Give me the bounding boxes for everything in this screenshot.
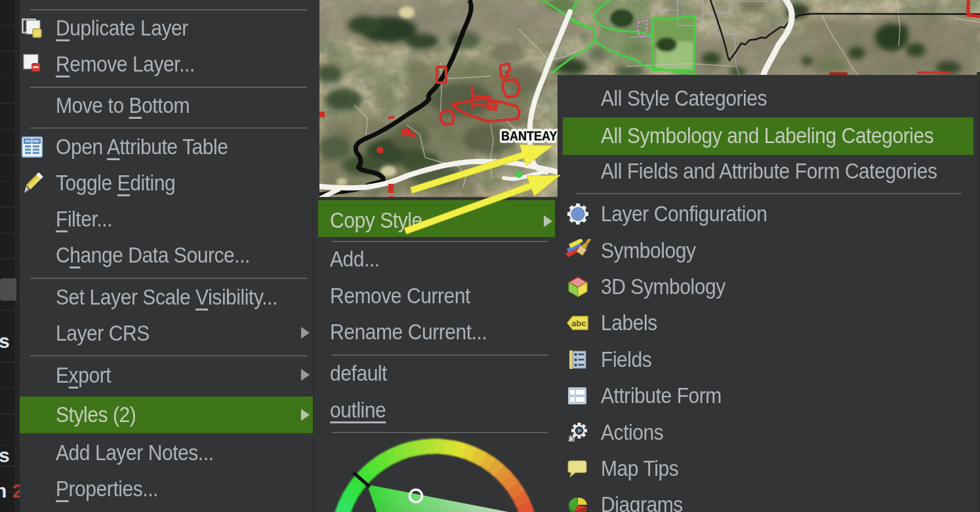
svg-text:abc: abc — [571, 318, 586, 328]
svg-text:BANTEAY: BANTEAY — [501, 129, 558, 143]
